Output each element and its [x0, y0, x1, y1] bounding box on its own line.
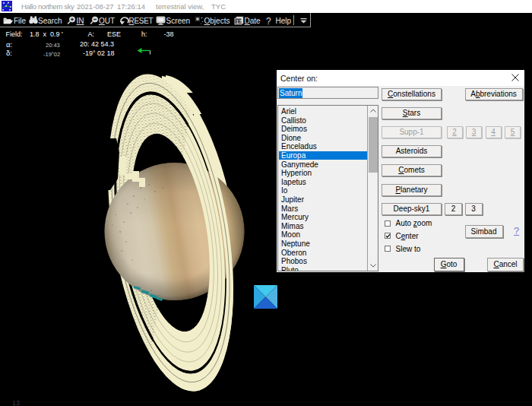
svg-text:17: 17: [236, 19, 242, 24]
svg-text:13: 13: [12, 399, 20, 406]
